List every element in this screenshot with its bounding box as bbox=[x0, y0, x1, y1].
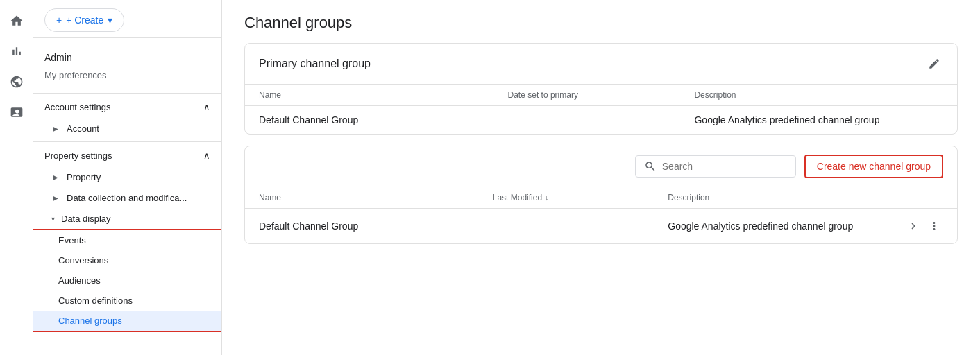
primary-card-header: Primary channel group bbox=[245, 44, 957, 84]
sidebar-item-data-display[interactable]: ▾ Data display bbox=[33, 208, 221, 230]
main-content: Channel groups Primary channel group Nam… bbox=[222, 0, 980, 355]
home-icon[interactable] bbox=[4, 8, 29, 33]
data-collection-arrow-icon: ▶ bbox=[50, 192, 61, 203]
channel-row-description: Google Analytics predefined channel grou… bbox=[668, 220, 902, 232]
channel-row-name: Default Channel Group bbox=[259, 220, 493, 232]
channel-row-navigate-button[interactable] bbox=[904, 217, 922, 235]
primary-header-name: Name bbox=[259, 90, 508, 100]
primary-row-description: Google Analytics predefined channel grou… bbox=[694, 114, 943, 125]
property-settings-label: Property settings bbox=[44, 150, 112, 161]
property-settings-header[interactable]: Property settings ∧ bbox=[33, 145, 221, 166]
sidebar-item-events[interactable]: Events bbox=[33, 230, 221, 250]
sidebar-item-audiences[interactable]: Audiences bbox=[33, 270, 221, 291]
sidebar-top: + + Create ▾ bbox=[33, 0, 221, 38]
last-modified-label: Last Modified ↓ bbox=[493, 193, 549, 202]
sidebar-divider-2 bbox=[33, 141, 221, 142]
account-arrow-icon: ▶ bbox=[50, 123, 61, 134]
account-item-label: Account bbox=[67, 123, 99, 134]
create-channel-group-button[interactable]: Create new channel group bbox=[804, 155, 943, 178]
sidebar-item-data-collection[interactable]: ▶ Data collection and modifica... bbox=[33, 187, 221, 208]
explore-icon[interactable] bbox=[4, 69, 29, 94]
primary-table-row: Default Channel Group Google Analytics p… bbox=[245, 105, 957, 134]
sidebar-divider-1 bbox=[33, 93, 221, 94]
channel-table-header: Name Last Modified ↓ Description bbox=[245, 187, 957, 208]
sidebar-item-property[interactable]: ▶ Property bbox=[33, 166, 221, 187]
property-item-label: Property bbox=[67, 172, 101, 182]
create-label: + Create bbox=[66, 15, 103, 26]
channel-header-description: Description bbox=[668, 193, 902, 202]
page-title: Channel groups bbox=[244, 14, 958, 32]
bar-chart-icon[interactable] bbox=[4, 39, 29, 64]
sidebar-section-admin: Admin My preferences bbox=[33, 38, 221, 90]
edit-primary-button[interactable] bbox=[925, 55, 943, 73]
audiences-label: Audiences bbox=[58, 275, 101, 286]
sidebar: + + Create ▾ Admin My preferences Accoun… bbox=[33, 0, 222, 355]
sidebar-item-conversions[interactable]: Conversions bbox=[33, 250, 221, 270]
primary-channel-group-card: Primary channel group Name Date set to p… bbox=[244, 43, 958, 135]
channel-row-actions bbox=[902, 217, 943, 235]
account-settings-chevron: ∧ bbox=[203, 102, 210, 112]
primary-row-name: Default Channel Group bbox=[259, 114, 508, 125]
search-input[interactable] bbox=[662, 161, 787, 172]
conversions-label: Conversions bbox=[58, 255, 108, 266]
icon-bar bbox=[0, 0, 33, 355]
page-header: Channel groups bbox=[222, 0, 980, 43]
primary-header-date: Date set to primary bbox=[508, 90, 695, 100]
channel-header-name: Name bbox=[259, 193, 493, 202]
primary-card-title: Primary channel group bbox=[259, 58, 371, 70]
card2-toolbar: Create new channel group bbox=[245, 146, 957, 187]
data-display-label: Data display bbox=[61, 214, 111, 224]
data-display-arrow-icon: ▾ bbox=[47, 213, 58, 224]
property-arrow-icon: ▶ bbox=[50, 171, 61, 182]
primary-header-description: Description bbox=[694, 90, 943, 100]
search-icon bbox=[644, 160, 657, 173]
events-label: Events bbox=[58, 235, 86, 245]
channel-groups-label: Channel groups bbox=[58, 315, 122, 326]
property-settings-chevron: ∧ bbox=[203, 150, 210, 161]
marketing-icon[interactable] bbox=[4, 100, 29, 125]
channel-header-modified: Last Modified ↓ bbox=[493, 193, 668, 202]
channel-header-actions bbox=[902, 193, 943, 202]
channel-table-row: Default Channel Group Google Analytics p… bbox=[245, 208, 957, 243]
create-icon: + bbox=[56, 15, 62, 26]
create-dropdown-icon: ▾ bbox=[108, 15, 112, 26]
my-preferences-item[interactable]: My preferences bbox=[33, 66, 221, 85]
account-settings-label: Account settings bbox=[44, 102, 110, 112]
sidebar-item-custom-definitions[interactable]: Custom definitions bbox=[33, 291, 221, 311]
sidebar-item-channel-groups[interactable]: Channel groups bbox=[33, 311, 221, 332]
channel-groups-list-card: Create new channel group Name Last Modif… bbox=[244, 146, 958, 244]
primary-table-header: Name Date set to primary Description bbox=[245, 84, 957, 105]
admin-label: Admin bbox=[33, 44, 221, 66]
channel-row-more-button[interactable] bbox=[925, 217, 943, 235]
sidebar-item-account[interactable]: ▶ Account bbox=[33, 118, 221, 139]
search-box bbox=[635, 155, 796, 178]
data-collection-label: Data collection and modifica... bbox=[67, 193, 187, 203]
custom-definitions-label: Custom definitions bbox=[58, 295, 133, 306]
create-button[interactable]: + + Create ▾ bbox=[44, 8, 124, 32]
account-settings-header[interactable]: Account settings ∧ bbox=[33, 96, 221, 118]
